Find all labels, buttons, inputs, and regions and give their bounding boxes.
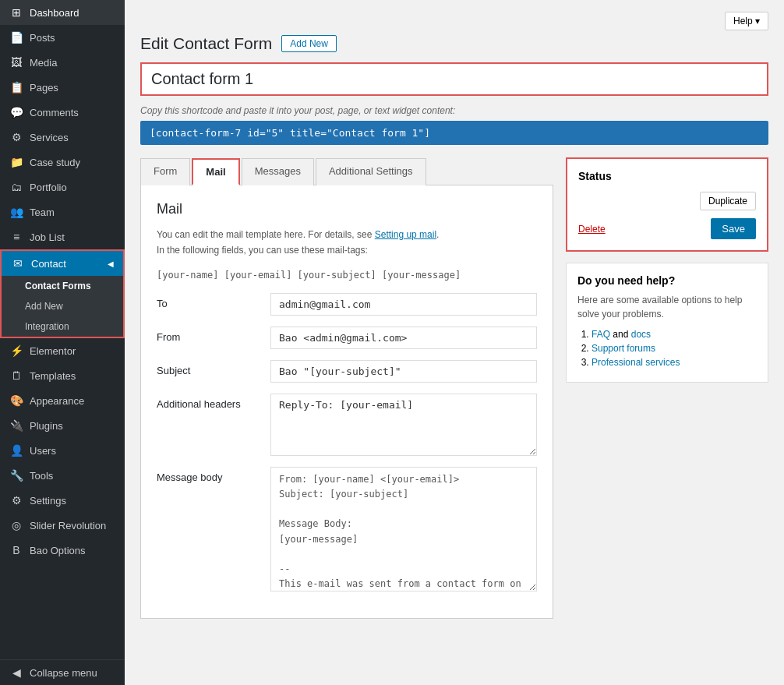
submenu-add-new[interactable]: Add New bbox=[2, 296, 123, 316]
help-item-2: Support forums bbox=[592, 343, 757, 354]
form-name-input[interactable] bbox=[140, 62, 768, 96]
sidebar-label-appearance: Appearance bbox=[30, 395, 84, 407]
field-label-headers: Additional headers bbox=[157, 394, 258, 410]
sidebar-item-dashboard[interactable]: ⊞ Dashboard bbox=[0, 0, 125, 25]
mail-desc-text3: In the following fields, you can use the… bbox=[157, 245, 368, 256]
docs-link[interactable]: docs bbox=[631, 329, 651, 340]
field-label-to: To bbox=[157, 293, 258, 309]
shortcode-description: Copy this shortcode and paste it into yo… bbox=[140, 105, 768, 116]
page-header: Edit Contact Form Add New bbox=[140, 34, 768, 53]
sidebar-item-comments[interactable]: 💬 Comments bbox=[0, 100, 125, 125]
duplicate-button[interactable]: Duplicate bbox=[700, 192, 756, 210]
contact-section: ✉ Contact ◀ Contact Forms Add New Integr… bbox=[0, 249, 125, 338]
sidebar-item-bao-options[interactable]: B Bao Options bbox=[0, 538, 125, 563]
sidebar: ⊞ Dashboard 📄 Posts 🖼 Media 📋 Pages 💬 Co… bbox=[0, 0, 125, 685]
sidebar-label-settings: Settings bbox=[30, 495, 66, 507]
mail-section-title: Mail bbox=[157, 201, 537, 217]
media-icon: 🖼 bbox=[9, 56, 23, 69]
left-panel: Form Mail Messages Additional Settings M… bbox=[140, 157, 553, 619]
help-list: FAQ and docs Support forums Professional… bbox=[577, 329, 757, 368]
delete-link[interactable]: Delete bbox=[578, 224, 606, 235]
status-box: Status Duplicate Delete Save bbox=[566, 157, 768, 252]
setting-up-mail-link[interactable]: Setting up mail bbox=[375, 229, 436, 240]
contact-icon: ✉ bbox=[11, 257, 25, 270]
sidebar-item-team[interactable]: 👥 Team bbox=[0, 199, 125, 224]
sidebar-label-casestudy: Case study bbox=[30, 157, 80, 168]
field-label-from: From bbox=[157, 327, 258, 343]
sidebar-item-appearance[interactable]: 🎨 Appearance bbox=[0, 388, 125, 413]
appearance-icon: 🎨 bbox=[9, 394, 23, 407]
save-button[interactable]: Save bbox=[711, 218, 756, 239]
top-bar: Help ▾ bbox=[140, 12, 768, 30]
plugins-icon: 🔌 bbox=[9, 419, 23, 432]
field-input-message-body[interactable]: From: [your-name] <[your-email]> Subject… bbox=[270, 467, 537, 591]
sidebar-label-pages: Pages bbox=[30, 82, 58, 94]
status-actions-bottom: Delete Save bbox=[578, 218, 756, 239]
sidebar-item-pages[interactable]: 📋 Pages bbox=[0, 75, 125, 100]
sidebar-item-tools[interactable]: 🔧 Tools bbox=[0, 463, 125, 488]
field-input-headers[interactable]: Reply-To: [your-email] bbox=[270, 394, 537, 456]
templates-icon: 🗒 bbox=[9, 369, 23, 382]
tab-mail[interactable]: Mail bbox=[192, 158, 239, 185]
settings-icon: ⚙ bbox=[9, 494, 23, 507]
sidebar-label-plugins: Plugins bbox=[30, 420, 63, 432]
tab-content-mail: Mail You can edit the mail template here… bbox=[140, 185, 553, 619]
status-title: Status bbox=[578, 170, 756, 182]
sidebar-item-users[interactable]: 👤 Users bbox=[0, 438, 125, 463]
sidebar-item-portfolio[interactable]: 🗂 Portfolio bbox=[0, 175, 125, 199]
pages-icon: 📋 bbox=[9, 81, 23, 94]
submenu-integration[interactable]: Integration bbox=[2, 316, 123, 337]
sidebar-item-casestudy[interactable]: 📁 Case study bbox=[0, 150, 125, 175]
faq-link[interactable]: FAQ bbox=[592, 329, 610, 340]
help-item-3: Professional services bbox=[592, 357, 757, 368]
services-icon: ⚙ bbox=[9, 131, 23, 143]
sidebar-label-dashboard: Dashboard bbox=[30, 7, 79, 19]
field-row-to: To bbox=[157, 293, 537, 316]
sidebar-item-posts[interactable]: 📄 Posts bbox=[0, 25, 125, 50]
joblist-icon: ≡ bbox=[9, 231, 23, 243]
right-panel: Status Duplicate Delete Save Do you need… bbox=[566, 157, 768, 383]
sidebar-item-plugins[interactable]: 🔌 Plugins bbox=[0, 413, 125, 438]
field-input-from[interactable] bbox=[270, 327, 537, 349]
sidebar-item-elementor[interactable]: ⚡ Elementor bbox=[0, 338, 125, 363]
tab-additional-settings[interactable]: Additional Settings bbox=[316, 158, 426, 185]
content-layout: Form Mail Messages Additional Settings M… bbox=[140, 157, 768, 619]
bao-icon: B bbox=[9, 544, 23, 556]
add-new-button[interactable]: Add New bbox=[281, 35, 337, 52]
mail-description: You can edit the mail template here. For… bbox=[157, 227, 537, 259]
sidebar-item-joblist[interactable]: ≡ Job List bbox=[0, 224, 125, 249]
submenu-contact-forms[interactable]: Contact Forms bbox=[2, 276, 123, 296]
field-label-message-body: Message body bbox=[157, 467, 258, 483]
sidebar-label-elementor: Elementor bbox=[30, 345, 76, 357]
portfolio-icon: 🗂 bbox=[9, 181, 23, 193]
sidebar-item-services[interactable]: ⚙ Services bbox=[0, 125, 125, 150]
professional-services-link[interactable]: Professional services bbox=[592, 357, 680, 368]
sidebar-label-portfolio: Portfolio bbox=[30, 182, 67, 193]
help-item-1: FAQ and docs bbox=[592, 329, 757, 340]
mail-desc-text1: You can edit the mail template here. For… bbox=[157, 229, 375, 240]
tab-messages[interactable]: Messages bbox=[242, 158, 314, 185]
sidebar-label-services: Services bbox=[30, 132, 69, 143]
field-row-subject: Subject bbox=[157, 360, 537, 383]
tab-form[interactable]: Form bbox=[140, 158, 190, 185]
elementor-icon: ⚡ bbox=[9, 344, 23, 357]
mail-desc-text2: . bbox=[436, 229, 439, 240]
field-input-to[interactable] bbox=[270, 293, 537, 316]
sidebar-item-contact[interactable]: ✉ Contact ◀ bbox=[2, 251, 123, 276]
casestudy-icon: 📁 bbox=[9, 156, 23, 168]
sidebar-item-settings[interactable]: ⚙ Settings bbox=[0, 488, 125, 513]
sidebar-item-media[interactable]: 🖼 Media bbox=[0, 50, 125, 75]
support-forums-link[interactable]: Support forums bbox=[592, 343, 655, 354]
help-box-title: Do you need help? bbox=[577, 274, 757, 287]
shortcode-box[interactable]: [contact-form-7 id="5" title="Contact fo… bbox=[140, 121, 768, 145]
sidebar-item-templates[interactable]: 🗒 Templates bbox=[0, 363, 125, 388]
field-label-subject: Subject bbox=[157, 360, 258, 376]
main-content: Help ▾ Edit Contact Form Add New Copy th… bbox=[125, 0, 784, 685]
field-input-subject[interactable] bbox=[270, 360, 537, 383]
sidebar-label-tools: Tools bbox=[30, 470, 53, 482]
field-row-headers: Additional headers Reply-To: [your-email… bbox=[157, 394, 537, 456]
sidebar-item-slider[interactable]: ◎ Slider Revolution bbox=[0, 513, 125, 538]
help-button[interactable]: Help ▾ bbox=[725, 12, 768, 30]
field-row-message-body: Message body From: [your-name] <[your-em… bbox=[157, 467, 537, 591]
sidebar-item-collapse[interactable]: ◀ Collapse menu bbox=[0, 659, 125, 685]
